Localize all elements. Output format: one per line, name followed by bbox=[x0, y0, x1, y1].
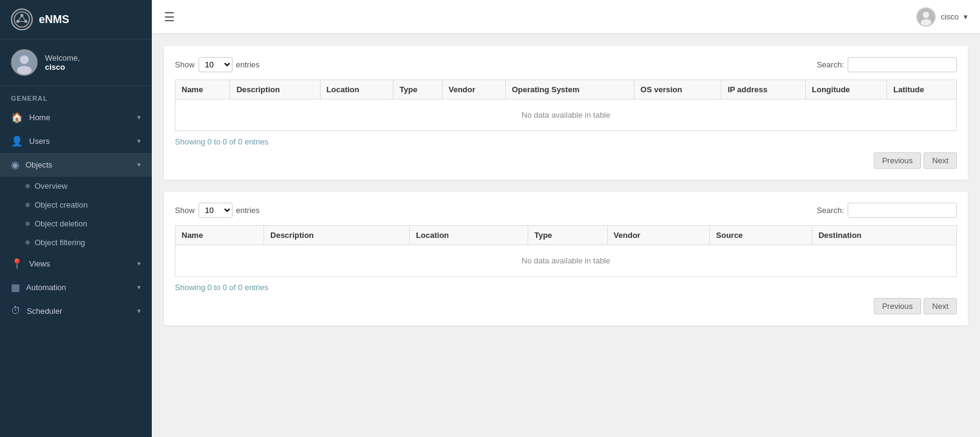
sidebar-item-scheduler-label: Scheduler bbox=[27, 307, 63, 316]
dot-creation bbox=[26, 203, 30, 207]
links-panel: Show 10 25 50 100 entries Search: Name D… bbox=[164, 192, 968, 325]
main-content: Show 10 25 50 100 entries Search: Name D… bbox=[152, 34, 980, 437]
svg-point-12 bbox=[921, 19, 932, 25]
col-name: Name bbox=[175, 80, 230, 100]
sidebar-item-users-label: Users bbox=[29, 137, 50, 146]
topbar-username[interactable]: cisco bbox=[941, 12, 959, 21]
col2-destination: Destination bbox=[812, 226, 956, 245]
col2-vendor: Vendor bbox=[607, 226, 710, 245]
panel2-show-entries: Show 10 25 50 100 entries bbox=[175, 203, 260, 218]
sidebar-item-automation[interactable]: ▦ Automation ▾ bbox=[0, 276, 152, 299]
object-creation-label: Object creation bbox=[35, 200, 87, 209]
panel2-entries-label: entries bbox=[236, 206, 260, 215]
panel1-entries-select[interactable]: 10 25 50 100 bbox=[199, 57, 233, 72]
col2-name: Name bbox=[175, 226, 264, 245]
panel2-search-label: Search: bbox=[817, 206, 844, 215]
panel2-next-btn[interactable]: Next bbox=[924, 298, 957, 314]
table2-header-row: Name Description Location Type Vendor So… bbox=[175, 226, 957, 245]
scheduler-icon: ⏱ bbox=[11, 305, 21, 316]
automation-icon: ▦ bbox=[11, 282, 20, 293]
views-chevron: ▾ bbox=[137, 260, 141, 268]
panel2-pagination: Previous Next bbox=[175, 298, 957, 314]
panel2-search-area: Search: bbox=[817, 203, 957, 218]
topbar-right: cisco ▾ bbox=[916, 7, 968, 27]
welcome-label: Welcome, bbox=[45, 53, 80, 63]
svg-point-9 bbox=[17, 66, 32, 75]
object-filtering-label: Object filtering bbox=[35, 238, 85, 247]
panel2-entries-select[interactable]: 10 25 50 100 bbox=[199, 203, 233, 218]
table1-no-data: No data available in table bbox=[175, 100, 957, 131]
dot-deletion bbox=[26, 222, 30, 226]
panel2-prev-btn[interactable]: Previous bbox=[874, 298, 922, 314]
col-os-version: OS version bbox=[634, 80, 721, 100]
object-deletion-label: Object deletion bbox=[35, 219, 87, 228]
panel2-search-input[interactable] bbox=[848, 203, 957, 218]
sidebar-item-scheduler[interactable]: ⏱ Scheduler ▾ bbox=[0, 299, 152, 322]
col-os: Operating System bbox=[505, 80, 634, 100]
col2-type: Type bbox=[528, 226, 607, 245]
table2-no-data: No data available in table bbox=[175, 245, 957, 277]
svg-line-5 bbox=[22, 15, 26, 21]
dot-filtering bbox=[26, 240, 30, 245]
objects-submenu: Overview Object creation Object deletion… bbox=[0, 177, 152, 252]
svg-line-4 bbox=[18, 15, 22, 21]
sidebar-sub-object-deletion[interactable]: Object deletion bbox=[26, 214, 152, 233]
panel2-show-label: Show bbox=[175, 206, 195, 215]
sidebar-item-views[interactable]: 📍 Views ▾ bbox=[0, 252, 152, 276]
home-chevron: ▾ bbox=[137, 113, 141, 121]
panel1-prev-btn[interactable]: Previous bbox=[874, 152, 922, 169]
objects-chevron: ▾ bbox=[137, 161, 141, 169]
nodes-panel: Show 10 25 50 100 entries Search: Name D… bbox=[164, 46, 968, 180]
panel1-next-btn[interactable]: Next bbox=[924, 152, 957, 169]
topbar-dropdown-icon[interactable]: ▾ bbox=[964, 12, 968, 21]
nodes-table: Name Description Location Type Vendor Op… bbox=[175, 80, 957, 131]
panel1-controls: Show 10 25 50 100 entries Search: bbox=[175, 57, 957, 72]
home-icon: 🏠 bbox=[11, 112, 23, 123]
col-latitude: Latitude bbox=[887, 80, 957, 100]
svg-point-8 bbox=[20, 55, 29, 64]
col2-location: Location bbox=[410, 226, 528, 245]
sidebar-sub-overview[interactable]: Overview bbox=[26, 177, 152, 195]
logo-area: eNMS bbox=[0, 0, 152, 39]
col-description: Description bbox=[230, 80, 320, 100]
overview-label: Overview bbox=[35, 181, 67, 191]
avatar bbox=[11, 49, 38, 76]
sidebar: eNMS Welcome, cisco GENERAL 🏠 Home ▾ 👤 U… bbox=[0, 0, 152, 437]
hamburger-button[interactable]: ☰ bbox=[164, 10, 175, 24]
sidebar-item-users[interactable]: 👤 Users ▾ bbox=[0, 129, 152, 153]
col-type: Type bbox=[393, 80, 442, 100]
col-location: Location bbox=[320, 80, 393, 100]
sidebar-item-views-label: Views bbox=[29, 259, 50, 268]
sidebar-item-objects[interactable]: ◉ Objects ▾ bbox=[0, 153, 152, 177]
panel1-show-entries: Show 10 25 50 100 entries bbox=[175, 57, 260, 72]
sidebar-item-home[interactable]: 🏠 Home ▾ bbox=[0, 106, 152, 129]
topbar: ☰ cisco ▾ bbox=[152, 0, 980, 34]
links-table: Name Description Location Type Vendor So… bbox=[175, 225, 957, 277]
table2-no-data-row: No data available in table bbox=[175, 245, 957, 277]
user-area: Welcome, cisco bbox=[0, 39, 152, 86]
sidebar-sub-object-filtering[interactable]: Object filtering bbox=[26, 233, 152, 252]
col2-source: Source bbox=[710, 226, 812, 245]
panel1-show-label: Show bbox=[175, 60, 195, 69]
svg-point-11 bbox=[923, 12, 930, 18]
panel1-showing: Showing 0 to 0 of 0 entries bbox=[175, 137, 957, 146]
table1-header-row: Name Description Location Type Vendor Op… bbox=[175, 80, 957, 100]
panel2-controls: Show 10 25 50 100 entries Search: bbox=[175, 203, 957, 218]
objects-icon: ◉ bbox=[11, 159, 19, 171]
sidebar-sub-object-creation[interactable]: Object creation bbox=[26, 195, 152, 214]
logo-icon bbox=[11, 8, 33, 30]
users-chevron: ▾ bbox=[137, 137, 141, 145]
sidebar-item-automation-label: Automation bbox=[26, 283, 66, 292]
panel1-search-area: Search: bbox=[817, 57, 957, 72]
panel1-search-input[interactable] bbox=[848, 57, 957, 72]
scheduler-chevron: ▾ bbox=[137, 307, 141, 315]
app-name: eNMS bbox=[39, 13, 69, 26]
section-label: GENERAL bbox=[0, 86, 152, 106]
dot-overview bbox=[26, 184, 30, 188]
username-label: cisco bbox=[45, 63, 80, 72]
sidebar-item-objects-label: Objects bbox=[26, 160, 52, 169]
panel1-entries-label: entries bbox=[236, 60, 260, 69]
col-ip: IP address bbox=[721, 80, 806, 100]
panel1-pagination: Previous Next bbox=[175, 152, 957, 169]
col-vendor: Vendor bbox=[442, 80, 505, 100]
